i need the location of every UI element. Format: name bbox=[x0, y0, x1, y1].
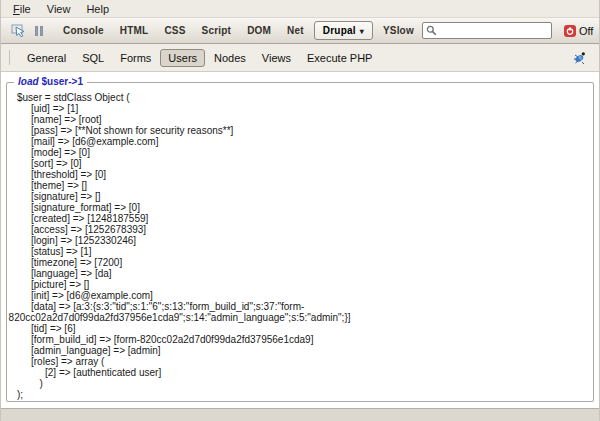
output-line: [data] => [a:3:{s:3:"tid";s:1:"6";s:13:"… bbox=[7, 301, 593, 312]
firebug-tab-console[interactable]: Console bbox=[55, 21, 112, 40]
drupal-tab-nodes[interactable]: Nodes bbox=[206, 49, 254, 67]
output-line: [uid] => [1] bbox=[7, 103, 593, 114]
status-bar bbox=[1, 408, 599, 421]
output-line: [admin_language] => [admin] bbox=[7, 345, 593, 356]
output-line: ) bbox=[7, 378, 593, 389]
legend-load-keyword: load bbox=[18, 76, 39, 87]
output-line: [login] => [1252330246] bbox=[7, 235, 593, 246]
firebug-panel-tabs: ConsoleHTMLCSSScriptDOMNetDrupal▾YSlow bbox=[55, 21, 422, 40]
output-line: [roles] => array ( bbox=[7, 356, 593, 367]
drupal-toolbar: GeneralSQLFormsUsersNodesViewsExecute PH… bbox=[1, 44, 599, 72]
output-line: [status] => [1] bbox=[7, 246, 593, 257]
menu-bar: FileViewHelp bbox=[1, 0, 599, 18]
inspect-icon[interactable] bbox=[7, 22, 31, 40]
off-label: Off bbox=[579, 25, 593, 37]
drupal-panel-tabs: GeneralSQLFormsUsersNodesViewsExecute PH… bbox=[19, 49, 380, 67]
output-line: [signature] => [] bbox=[7, 191, 593, 202]
off-button[interactable]: Off bbox=[562, 24, 595, 38]
drupal-tab-views[interactable]: Views bbox=[254, 49, 299, 67]
output-line: ); bbox=[7, 389, 593, 400]
menu-item-view[interactable]: View bbox=[39, 2, 79, 16]
search-box[interactable] bbox=[422, 22, 552, 39]
output-line: [form_build_id] => [form-820cc02a2d7d0f9… bbox=[7, 334, 593, 345]
user-object-fieldset: load$user->1 $user = stdClass Object ([u… bbox=[6, 82, 594, 402]
firebug-tab-net[interactable]: Net bbox=[279, 21, 312, 40]
firebug-tab-drupal[interactable]: Drupal▾ bbox=[314, 21, 373, 40]
output-line: 820cc02a2d7d0f99da2fd37956e1cda9";s:14:"… bbox=[7, 312, 593, 323]
output-line: [mode] => [0] bbox=[7, 147, 593, 158]
toolbar-divider bbox=[9, 50, 10, 65]
output-line: [timezone] => [7200] bbox=[7, 257, 593, 268]
search-icon bbox=[426, 25, 437, 36]
legend-object-name: $user->1 bbox=[42, 76, 83, 87]
drupal-bug-icon[interactable] bbox=[572, 51, 591, 65]
output-line: [created] => [1248187559] bbox=[7, 213, 593, 224]
output-line: [init] => [d6@example.com] bbox=[7, 290, 593, 301]
output-legend[interactable]: load$user->1 bbox=[14, 76, 87, 87]
firebug-tab-yslow[interactable]: YSlow bbox=[375, 21, 422, 40]
firebug-toolbar: ConsoleHTMLCSSScriptDOMNetDrupal▾YSlow O… bbox=[1, 18, 599, 44]
panel-content: load$user->1 $user = stdClass Object ([u… bbox=[1, 72, 599, 408]
chevron-down-icon: ▾ bbox=[360, 27, 364, 36]
output-line: [sort] => [0] bbox=[7, 158, 593, 169]
firebug-tab-dom[interactable]: DOM bbox=[239, 21, 279, 40]
output-line: [signature_format] => [0] bbox=[7, 202, 593, 213]
power-off-icon bbox=[564, 25, 576, 37]
search-input[interactable] bbox=[440, 25, 548, 36]
drupal-tab-forms[interactable]: Forms bbox=[112, 49, 159, 67]
drupal-tab-general[interactable]: General bbox=[19, 49, 74, 67]
output-line: [language] => [da] bbox=[7, 268, 593, 279]
output-line: [threshold] => [0] bbox=[7, 169, 593, 180]
output-line: [theme] => [] bbox=[7, 180, 593, 191]
output-line: [2] => [authenticated user] bbox=[7, 367, 593, 378]
output-line: [tid] => [6] bbox=[7, 323, 593, 334]
drupal-tab-users[interactable]: Users bbox=[160, 49, 205, 67]
pause-icon[interactable] bbox=[31, 24, 47, 38]
drupal-tab-sql[interactable]: SQL bbox=[74, 49, 112, 67]
menu-item-file[interactable]: File bbox=[5, 2, 39, 16]
output-line: [picture] => [] bbox=[7, 279, 593, 290]
menu-item-help[interactable]: Help bbox=[78, 2, 117, 16]
firebug-tab-html[interactable]: HTML bbox=[112, 21, 157, 40]
output-lines: $user = stdClass Object ([uid] => [1][na… bbox=[7, 92, 593, 401]
output-line: [pass] => [**Not shown for security reas… bbox=[7, 125, 593, 136]
firebug-tab-script[interactable]: Script bbox=[194, 21, 240, 40]
firebug-tab-css[interactable]: CSS bbox=[156, 21, 193, 40]
output-line: $user = stdClass Object ( bbox=[7, 92, 593, 103]
output-line: [access] => [1252678393] bbox=[7, 224, 593, 235]
drupal-tab-execute-php[interactable]: Execute PHP bbox=[299, 49, 380, 67]
output-line: [name] => [root] bbox=[7, 114, 593, 125]
output-line: [mail] => [d6@example.com] bbox=[7, 136, 593, 147]
